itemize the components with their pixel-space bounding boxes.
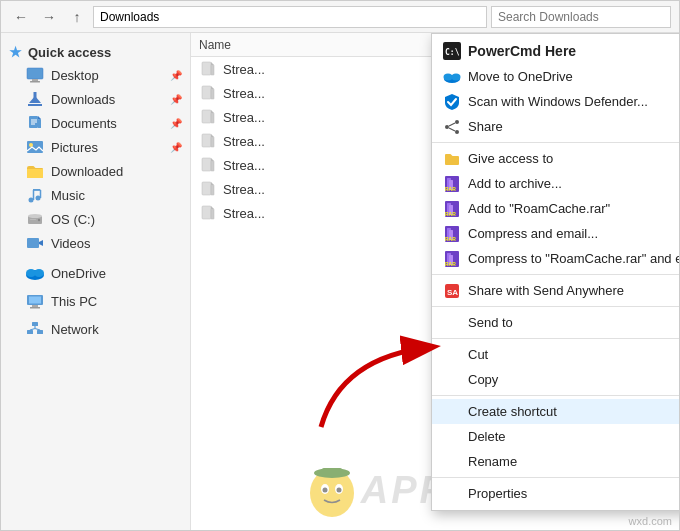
documents-label: Documents	[51, 116, 117, 131]
ctx-scan-defender-label: Scan with Windows Defender...	[468, 94, 648, 109]
sidebar-item-thispc[interactable]: This PC	[1, 289, 190, 313]
ctx-compress-email-label: Compress and email...	[468, 226, 598, 241]
svg-point-63	[452, 73, 461, 80]
wxd-watermark: wxd.com	[629, 515, 672, 527]
svg-rect-33	[27, 330, 33, 334]
svg-point-65	[445, 125, 449, 129]
ctx-compress-email[interactable]: RAR Compress and email...	[432, 221, 679, 246]
ctx-move-onedrive-label: Move to OneDrive	[468, 69, 573, 84]
svg-marker-48	[211, 134, 214, 137]
onedrive-icon	[25, 264, 45, 282]
ctx-delete[interactable]: Delete	[432, 424, 679, 449]
file-icon	[199, 84, 217, 102]
svg-text:C:\: C:\	[445, 48, 460, 57]
network-label: Network	[51, 322, 99, 337]
thispc-icon	[25, 292, 45, 310]
main-area: ★ Quick access Desktop 📌 Downloads 📌	[1, 33, 679, 530]
sidebar-item-desktop[interactable]: Desktop 📌	[1, 63, 190, 87]
ctx-add-archive[interactable]: RAR Add to archive...	[432, 171, 679, 196]
ctx-send-to-label: Send to	[468, 315, 513, 330]
ctx-send-to[interactable]: Send to ►	[432, 310, 679, 335]
svg-point-88	[310, 469, 354, 517]
ctx-rename[interactable]: Rename	[432, 449, 679, 474]
sidebar-item-videos[interactable]: Videos	[1, 231, 190, 255]
ctx-separator3	[432, 306, 679, 307]
quick-access-label: Quick access	[28, 45, 111, 60]
ctx-add-roamcache-label: Add to "RoamCache.rar"	[468, 201, 610, 216]
pin-icon2: 📌	[170, 94, 182, 105]
svg-rect-3	[34, 92, 37, 101]
svg-marker-54	[211, 182, 214, 185]
drive-icon	[25, 210, 45, 228]
forward-button[interactable]: →	[37, 5, 61, 29]
ctx-cut[interactable]: Cut	[432, 342, 679, 367]
sidebar-item-documents[interactable]: Documents 📌	[1, 111, 190, 135]
svg-point-21	[38, 219, 40, 221]
address-bar[interactable]	[93, 6, 487, 28]
sidebar-item-onedrive[interactable]: OneDrive	[1, 261, 190, 285]
svg-rect-7	[38, 119, 41, 128]
ctx-give-access-label: Give access to	[468, 151, 553, 166]
svg-rect-0	[27, 68, 43, 79]
ctx-give-access[interactable]: Give access to ►	[432, 146, 679, 171]
sidebar-item-downloads[interactable]: Downloads 📌	[1, 87, 190, 111]
pictures-icon	[25, 138, 45, 156]
svg-rect-23	[27, 238, 39, 248]
ctx-separator2	[432, 274, 679, 275]
file-icon	[199, 204, 217, 222]
ctx-share-anywhere[interactable]: SA Share with Send Anywhere	[432, 278, 679, 303]
desktop-label: Desktop	[51, 68, 99, 83]
svg-point-90	[335, 484, 343, 494]
defender-icon	[442, 92, 462, 112]
sidebar-item-pictures[interactable]: Pictures 📌	[1, 135, 190, 159]
file-icon	[199, 156, 217, 174]
svg-marker-42	[211, 86, 214, 89]
videos-icon	[25, 234, 45, 252]
file-icon	[199, 60, 217, 78]
ctx-copy[interactable]: Copy	[432, 367, 679, 392]
sidebar-item-downloaded[interactable]: Downloaded	[1, 159, 190, 183]
desktop-icon	[25, 66, 45, 84]
svg-rect-53	[202, 182, 211, 195]
quick-access-header[interactable]: ★ Quick access	[1, 41, 190, 63]
content-area: Name Date modified Strea... ...21 PM Str…	[191, 33, 679, 530]
ctx-move-onedrive[interactable]: Move to OneDrive	[432, 64, 679, 89]
svg-rect-11	[27, 141, 43, 153]
pin-icon3: 📌	[170, 118, 182, 129]
ctx-powercmd-label: PowerCmd Here	[468, 43, 576, 59]
ctx-share[interactable]: Share	[432, 114, 679, 139]
sidebar-item-osc[interactable]: OS (C:)	[1, 207, 190, 231]
osc-label: OS (C:)	[51, 212, 95, 227]
svg-rect-22	[30, 219, 36, 220]
svg-marker-6	[38, 116, 41, 119]
ctx-properties[interactable]: Properties	[432, 481, 679, 506]
svg-point-64	[455, 120, 459, 124]
sidebar-item-network[interactable]: Network	[1, 317, 190, 341]
music-icon	[25, 186, 45, 204]
pictures-label: Pictures	[51, 140, 98, 155]
svg-rect-50	[202, 158, 211, 171]
ctx-separator4	[432, 338, 679, 339]
svg-marker-51	[211, 158, 214, 161]
up-button[interactable]: ↑	[65, 5, 89, 29]
svg-rect-38	[202, 62, 211, 75]
svg-rect-46	[211, 113, 214, 123]
svg-rect-29	[32, 305, 38, 307]
svg-rect-4	[28, 104, 42, 106]
documents-icon	[25, 114, 45, 132]
svg-point-92	[336, 488, 341, 493]
back-button[interactable]: ←	[9, 5, 33, 29]
svg-text:RAR: RAR	[445, 261, 456, 267]
ctx-scan-defender[interactable]: Scan with Windows Defender...	[432, 89, 679, 114]
ctx-powercmd[interactable]: C:\ PowerCmd Here	[432, 38, 679, 64]
sidebar-item-music[interactable]: Music	[1, 183, 190, 207]
send-anywhere-icon: SA	[442, 281, 462, 301]
ctx-add-roamcache[interactable]: RAR Add to "RoamCache.rar"	[432, 196, 679, 221]
svg-marker-39	[211, 62, 214, 65]
svg-rect-55	[211, 185, 214, 195]
svg-rect-2	[30, 81, 40, 83]
ctx-compress-roam-email[interactable]: RAR Compress to "RoamCache.rar" and emai…	[432, 246, 679, 271]
ctx-create-shortcut[interactable]: Create shortcut	[432, 399, 679, 424]
search-input[interactable]	[491, 6, 671, 28]
svg-point-89	[321, 484, 329, 494]
